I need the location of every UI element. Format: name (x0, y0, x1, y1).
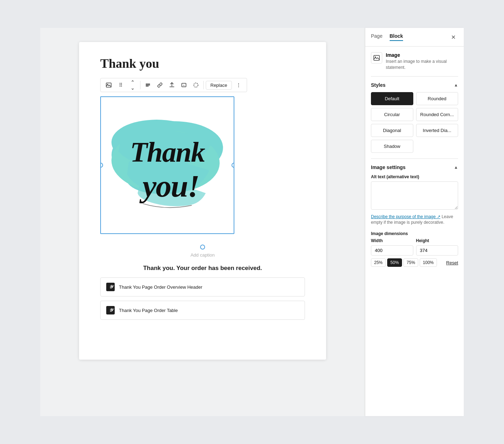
tab-page[interactable]: Page (371, 33, 383, 41)
link-btn[interactable] (155, 80, 165, 90)
panel-tabs: Page Block (371, 33, 403, 41)
svg-text:you!: you! (139, 169, 199, 203)
width-field: Width (371, 238, 413, 256)
svg-text:A: A (183, 84, 185, 87)
text-btn[interactable]: A (179, 80, 189, 90)
image-settings-title: Image settings (371, 164, 406, 170)
list-item[interactable]: 𝒴 Thank You Page Order Overview Header (100, 277, 305, 296)
style-rounded-corn-btn[interactable]: Rounded Corn... (416, 108, 458, 121)
alt-text-input[interactable] (371, 181, 458, 210)
styles-section-header[interactable]: Styles ▲ (371, 82, 458, 88)
image-settings-section: Image settings ▲ Alt text (alternative t… (371, 164, 458, 267)
list-item[interactable]: 𝒴 Thank You Page Order Table (100, 301, 305, 320)
styles-grid: Default Rounded Circular Rounded Corn...… (371, 92, 458, 137)
editor-canvas: Thank you ⠿ ⌃⌄ (79, 42, 326, 360)
style-diagonal-btn[interactable]: Diagonal (371, 124, 413, 137)
style-circular-btn[interactable]: Circular (371, 108, 413, 121)
percent-row: 25% 50% 75% 100% Reset (371, 258, 458, 267)
divider-1 (371, 76, 458, 77)
svg-text:Thank: Thank (130, 136, 205, 168)
block-icon-2: 𝒴 (106, 306, 115, 314)
height-input[interactable] (416, 245, 458, 256)
close-icon: ✕ (451, 34, 456, 41)
toolbar-divider-1 (140, 81, 140, 89)
dots-btn[interactable]: ⠿ (115, 80, 126, 90)
page-title: Thank you (100, 56, 305, 71)
close-button[interactable]: ✕ (448, 32, 458, 42)
alt-text-help: Describe the purpose of the image ↗ Leav… (371, 214, 458, 226)
block-icon-1: 𝒴 (106, 283, 115, 291)
block-info: Image Insert an image to make a visual s… (371, 52, 458, 71)
styles-section-title: Styles (371, 82, 385, 88)
svg-rect-14 (374, 55, 379, 60)
svg-rect-4 (146, 86, 149, 86)
style-default-btn[interactable]: Default (371, 92, 413, 105)
svg-rect-3 (146, 85, 150, 85)
svg-rect-2 (146, 84, 150, 84)
chevron-up-icon: ▲ (454, 83, 458, 88)
block-title: Image (386, 52, 458, 58)
caption-handle[interactable] (200, 245, 205, 250)
image-container[interactable]: Thank you! (100, 96, 234, 234)
percent-75-btn[interactable]: 75% (403, 258, 418, 267)
tab-block[interactable]: Block (390, 33, 403, 41)
toolbar-divider-2 (203, 81, 204, 89)
svg-point-7 (194, 83, 198, 87)
dimensions-row: Width Height (371, 238, 458, 256)
block-label-2: Thank You Page Order Table (119, 308, 178, 313)
width-input[interactable] (371, 245, 413, 256)
style-rounded-btn[interactable]: Rounded (416, 92, 458, 105)
image-placeholder: Thank you! (101, 97, 234, 233)
image-caption: Add caption (100, 245, 305, 258)
alt-text-label: Alt text (alternative text) (371, 174, 458, 179)
right-panel: Page Block ✕ Image Insert (365, 28, 464, 416)
style-shadow-btn[interactable]: Shadow (371, 140, 413, 153)
width-label: Width (371, 238, 413, 243)
divider-2 (371, 158, 458, 159)
block-label-1: Thank You Page Order Overview Header (119, 284, 202, 290)
resize-handle-right[interactable] (232, 163, 234, 168)
reset-button[interactable]: Reset (446, 260, 458, 265)
style-inverted-dia-btn[interactable]: Inverted Dia... (416, 124, 458, 137)
caption-placeholder-text[interactable]: Add caption (100, 252, 305, 258)
image-toolbar: ⠿ ⌃⌄ A Replace (100, 78, 247, 92)
percent-25-btn[interactable]: 25% (371, 258, 386, 267)
order-received-text: Thank you. Your order has been received. (100, 265, 305, 272)
panel-header: Page Block ✕ (365, 28, 464, 47)
arrows-btn[interactable]: ⌃⌄ (127, 80, 138, 90)
upload-btn[interactable] (167, 80, 177, 90)
percent-50-btn[interactable]: 50% (387, 258, 402, 267)
block-description: Insert an image to make a visual stateme… (386, 59, 458, 71)
height-field: Height (416, 238, 458, 256)
more-options-btn[interactable]: ⋮ (233, 80, 244, 90)
image-settings-header[interactable]: Image settings ▲ (371, 164, 458, 170)
percent-100-btn[interactable]: 100% (420, 258, 437, 267)
panel-body: Image Insert an image to make a visual s… (365, 47, 464, 416)
align-btn[interactable] (143, 80, 153, 90)
dimensions-label: Image dimensions (371, 231, 458, 236)
chevron-up-icon-2: ▲ (454, 165, 458, 170)
image-icon-btn[interactable] (103, 80, 114, 90)
block-info-text: Image Insert an image to make a visual s… (386, 52, 458, 71)
replace-button[interactable]: Replace (206, 81, 232, 90)
alt-text-link[interactable]: Describe the purpose of the image ↗ (371, 214, 440, 219)
height-label: Height (416, 238, 458, 243)
styles-section: Styles ▲ Default Rounded Circular Rounde… (371, 82, 458, 153)
circle-btn[interactable] (191, 80, 201, 90)
editor-area: Thank you ⠿ ⌃⌄ (40, 28, 365, 416)
image-block-icon (371, 52, 382, 64)
